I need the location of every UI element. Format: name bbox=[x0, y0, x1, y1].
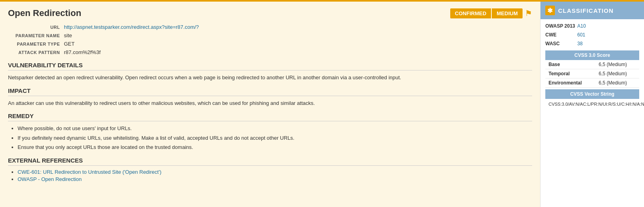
confirmed-badge: CONFIRMED bbox=[450, 8, 491, 18]
impact-text: An attacker can use this vulnerability t… bbox=[8, 99, 532, 107]
owasp-label: OWASP 2013 bbox=[545, 23, 577, 29]
param-name-row: PARAMETER NAME site bbox=[8, 32, 532, 38]
cvss-vector-value: CVSS:3.0/AV:N/AC:L/PR:N/UI:R/S:U/C:H/I:N… bbox=[545, 99, 639, 110]
cvss-table: Base6,5 (Medium)Temporal6,5 (Medium)Envi… bbox=[545, 60, 639, 88]
attack-pattern-row: ATTACK PATTERN r87.com%2f%3f bbox=[8, 49, 532, 55]
list-item: CWE-601: URL Redirection to Untrusted Si… bbox=[18, 169, 532, 175]
cvss-row-value: 6,5 (Medium) bbox=[596, 78, 640, 88]
cwe-link[interactable]: 601 bbox=[577, 32, 585, 38]
cvss-score-header: CVSS 3.0 Score bbox=[545, 50, 639, 60]
url-link[interactable]: http://aspnet.testsparker.com/redirect.a… bbox=[64, 24, 199, 30]
info-table: URL http://aspnet.testsparker.com/redire… bbox=[8, 24, 532, 55]
cwe-label: CWE bbox=[545, 32, 577, 38]
wasc-row: WASC 38 bbox=[545, 41, 639, 46]
attack-pattern-label: ATTACK PATTERN bbox=[8, 50, 64, 55]
cvss-row: Temporal6,5 (Medium) bbox=[545, 69, 639, 78]
impact-title: IMPACT bbox=[8, 87, 532, 96]
list-item: Ensure that you only accept URLs those a… bbox=[18, 143, 532, 151]
cvss-vector-header: CVSS Vector String bbox=[545, 89, 639, 99]
sidebar: ✱ CLASSIFICATION OWASP 2013 A10 CWE 601 … bbox=[540, 2, 644, 207]
cvss-row-label: Base bbox=[545, 60, 596, 69]
classification-header: ✱ CLASSIFICATION bbox=[541, 2, 644, 19]
ext-reference-link[interactable]: CWE-601: URL Redirection to Untrusted Si… bbox=[18, 169, 161, 175]
vulnerability-details-text: Netsparker detected an open redirect vul… bbox=[8, 74, 532, 82]
medium-badge: MEDIUM bbox=[492, 8, 523, 18]
url-label: URL bbox=[8, 25, 64, 30]
cvss-row-value: 6,5 (Medium) bbox=[596, 69, 640, 78]
cvss-row: Environmental6,5 (Medium) bbox=[545, 78, 639, 88]
cvss-row: Base6,5 (Medium) bbox=[545, 60, 639, 69]
wasc-label: WASC bbox=[545, 41, 577, 46]
remedy-section: REMEDY Where possible, do not use users'… bbox=[8, 113, 532, 151]
list-item: If you definitely need dynamic URLs, use… bbox=[18, 134, 532, 142]
param-name-label: PARAMETER NAME bbox=[8, 33, 64, 38]
cvss-row-label: Environmental bbox=[545, 78, 596, 88]
attack-pattern-value: r87.com%2f%3f bbox=[64, 49, 101, 55]
ext-reference-link[interactable]: OWASP - Open Redirection bbox=[18, 176, 81, 182]
page-header: Open Redirection CONFIRMED MEDIUM ⚑ bbox=[8, 8, 532, 18]
impact-section: IMPACT An attacker can use this vulnerab… bbox=[8, 87, 532, 107]
cwe-row: CWE 601 bbox=[545, 32, 639, 38]
vulnerability-details-title: VULNERABILITY DETAILS bbox=[8, 62, 532, 70]
classification-body: OWASP 2013 A10 CWE 601 WASC 38 CVSS 3.0 … bbox=[541, 19, 644, 114]
asterisk-icon: ✱ bbox=[545, 6, 555, 15]
param-type-value: GET bbox=[64, 41, 75, 47]
remedy-list: Where possible, do not use users' input … bbox=[8, 125, 532, 151]
flag-icon: ⚑ bbox=[525, 8, 532, 18]
param-type-label: PARAMETER TYPE bbox=[8, 42, 64, 46]
owasp-row: OWASP 2013 A10 bbox=[545, 23, 639, 29]
page-title: Open Redirection bbox=[8, 8, 81, 18]
cvss-row-value: 6,5 (Medium) bbox=[596, 60, 640, 69]
param-name-value: site bbox=[64, 32, 72, 38]
classification-title: CLASSIFICATION bbox=[558, 7, 614, 14]
list-item: OWASP - Open Redirection bbox=[18, 176, 532, 182]
main-content: Open Redirection CONFIRMED MEDIUM ⚑ URL … bbox=[0, 2, 540, 207]
remedy-title: REMEDY bbox=[8, 113, 532, 121]
url-row: URL http://aspnet.testsparker.com/redire… bbox=[8, 24, 532, 30]
wasc-link[interactable]: 38 bbox=[577, 41, 582, 46]
owasp-link[interactable]: A10 bbox=[577, 23, 586, 29]
ext-links-list: CWE-601: URL Redirection to Untrusted Si… bbox=[8, 169, 532, 182]
param-type-row: PARAMETER TYPE GET bbox=[8, 41, 532, 47]
badge-group: CONFIRMED MEDIUM ⚑ bbox=[450, 8, 532, 18]
list-item: Where possible, do not use users' input … bbox=[18, 125, 532, 133]
cvss-row-label: Temporal bbox=[545, 69, 596, 78]
vulnerability-details-section: VULNERABILITY DETAILS Netsparker detecte… bbox=[8, 62, 532, 82]
external-references-section: EXTERNAL REFERENCES CWE-601: URL Redirec… bbox=[8, 157, 532, 182]
external-references-title: EXTERNAL REFERENCES bbox=[8, 157, 532, 166]
